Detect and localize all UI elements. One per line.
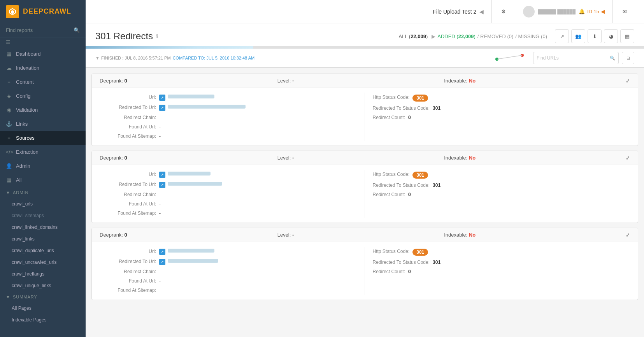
url-search: 🔍 — [533, 52, 619, 64]
compared-date: COMPARED TO: JUL 5, 2016 10:32:48 AM — [173, 56, 255, 60]
user-name: ██████ ██████ — [538, 9, 576, 14]
redirected-url-link-icon-0[interactable]: ↗ — [159, 105, 165, 111]
user-area[interactable]: ██████ ██████ 🔔 ID 15 ◀ — [515, 0, 613, 23]
sidebar-item-links[interactable]: ⚓ Links — [0, 117, 86, 131]
users-button[interactable]: 👥 — [571, 29, 585, 43]
sidebar-item-extraction[interactable]: </> Extraction — [0, 145, 86, 159]
sidebar-item-content[interactable]: ≡ Content — [0, 75, 86, 89]
sidebar-sub-crawl-sitemaps[interactable]: crawl_sitemaps — [0, 210, 86, 221]
mail-icon: ✉ — [623, 9, 627, 14]
redirect-chain-field-2: Redirect Chain: — [102, 267, 365, 276]
top-header: DEEPCRAWL File Upload Test 2 ◀ ⚙ ██████ … — [0, 0, 644, 23]
found-url-field-2: Found At Url: - — [102, 276, 365, 286]
data-left-1: Url: ↗ Redirected To Url: ↗ Redirect Cha… — [102, 170, 365, 218]
indexation-icon: ☁ — [6, 65, 12, 71]
url-link-icon-1[interactable]: ↗ — [159, 172, 165, 178]
filter-missing[interactable]: / MISSING (0) — [515, 33, 547, 39]
pie-button[interactable]: ◕ — [604, 29, 618, 43]
share-icon: ↗ — [560, 33, 564, 39]
header-middle: File Upload Test 2 ◀ ⚙ ██████ ██████ 🔔 I… — [86, 0, 644, 23]
sidebar-sub-crawl-unique[interactable]: crawl_unique_links — [0, 280, 86, 291]
filter-added[interactable]: ADDED (22,009) — [437, 33, 476, 39]
sidebar-sub-all-pages[interactable]: All Pages — [0, 302, 86, 314]
sidebar-sub-crawl-dups[interactable]: crawl_duplicate_urls — [0, 245, 86, 256]
sidebar-sub-crawl-hreflangs[interactable]: crawl_hreflangs — [0, 268, 86, 280]
grid-button[interactable]: ▦ — [620, 29, 634, 43]
url-search-input[interactable] — [537, 55, 610, 61]
sidebar-item-admin[interactable]: 👤 Admin — [0, 159, 86, 173]
sidebar-search-area: 🔍 — [0, 23, 86, 37]
users-icon: 👥 — [575, 33, 581, 39]
redirected-url-field-0: Redirected To Url: ↗ — [102, 103, 365, 113]
id-arrow-icon: ◀ — [601, 9, 605, 14]
url-link-icon-0[interactable]: ↗ — [159, 95, 165, 101]
level-label-1: Level: - — [277, 155, 294, 161]
search-input[interactable] — [6, 27, 72, 33]
download-button[interactable]: ⬇ — [588, 29, 602, 43]
dashboard-icon: ▦ — [6, 51, 12, 57]
date-row: ▼ FINISHED : JUL 8, 2016 5:57:21 PM COMP… — [95, 49, 634, 67]
sidebar-item-indexation[interactable]: ☁ Indexation — [0, 61, 86, 75]
search-icon[interactable]: 🔍 — [74, 27, 80, 33]
sources-icon: ≡ — [6, 135, 12, 141]
expand-icon-2[interactable]: ⤢ — [626, 232, 630, 238]
redirected-url-value-0 — [168, 105, 246, 109]
status-badge-2: 301 — [412, 249, 428, 256]
avatar — [523, 6, 535, 18]
admin-section-arrow: ▼ — [6, 190, 11, 195]
redirected-url-link-icon-1[interactable]: ↗ — [159, 182, 165, 188]
url-search-icon[interactable]: 🔍 — [610, 56, 615, 61]
sidebar-sub-indexable-pages[interactable]: Indexable Pages — [0, 314, 86, 326]
sidebar-sub-crawl-links[interactable]: crawl_links — [0, 233, 86, 245]
filter-removed[interactable]: / REMOVED (0) — [477, 33, 514, 39]
page-title-row: 301 Redirects ℹ ALL (22,009) ▶ ADDED (22… — [95, 29, 634, 43]
extraction-icon: </> — [6, 149, 12, 155]
project-arrow-icon: ◀ — [479, 9, 484, 15]
status-badge-0: 301 — [412, 95, 428, 102]
filter-all[interactable]: ALL (22,009) — [399, 33, 428, 39]
redirected-url-link-icon-2[interactable]: ↗ — [159, 259, 165, 265]
sidebar-item-config[interactable]: ◈ Config — [0, 89, 86, 103]
grid-icon: ▦ — [625, 33, 630, 39]
data-card-0: Deeprank: 0 Level: - Indexable: No ⤢ Url… — [91, 74, 638, 146]
mail-button[interactable]: ✉ — [613, 0, 636, 23]
url-link-icon-2[interactable]: ↗ — [159, 249, 165, 255]
data-card-header-0: Deeprank: 0 Level: - Indexable: No ⤢ — [92, 74, 638, 88]
data-right-2: Http Status Code: 301 Redirected To Stat… — [365, 247, 628, 295]
share-button[interactable]: ↗ — [555, 29, 569, 43]
filter-bar: ALL (22,009) ▶ ADDED (22,009) / REMOVED … — [399, 29, 634, 43]
validation-icon: ◉ — [6, 107, 12, 113]
summary-section-header[interactable]: ▼ Summary — [0, 291, 86, 302]
hamburger-icon[interactable]: ☰ — [0, 37, 86, 47]
url-field-1: Url: ↗ — [102, 170, 365, 180]
redirect-status-field-1: Redirected To Status Code: 301 — [373, 181, 441, 190]
http-status-field-2: Http Status Code: 301 — [373, 247, 428, 258]
sidebar-sub-crawl-urls[interactable]: crawl_urls — [0, 198, 86, 210]
info-icon[interactable]: ℹ — [156, 33, 158, 39]
page-header: 301 Redirects ℹ ALL (22,009) ▶ ADDED (22… — [86, 23, 644, 68]
content-icon: ≡ — [6, 79, 12, 85]
expand-icon-0[interactable]: ⤢ — [626, 78, 630, 84]
download-icon: ⬇ — [593, 33, 597, 39]
finished-date: FINISHED : JUL 8, 2016 5:57:21 PM — [101, 56, 171, 60]
data-card-body-1: Url: ↗ Redirected To Url: ↗ Redirect Cha… — [92, 165, 638, 223]
data-right-1: Http Status Code: 301 Redirected To Stat… — [365, 170, 628, 218]
sidebar-sub-crawl-uncrawled[interactable]: crawl_uncrawled_urls — [0, 256, 86, 268]
sidebar-item-all[interactable]: ▦ All — [0, 173, 86, 187]
sidebar-item-dashboard[interactable]: ▦ Dashboard — [0, 47, 86, 61]
project-selector[interactable]: File Upload Test 2 ◀ — [425, 0, 492, 23]
sidebar-item-validation[interactable]: ◉ Validation — [0, 103, 86, 117]
bell-icon: 🔔 — [579, 9, 585, 14]
url-field-2: Url: ↗ — [102, 247, 365, 257]
found-sitemap-field-2: Found At Sitemap: — [102, 286, 365, 295]
svg-line-4 — [497, 55, 522, 59]
logo-area: DEEPCRAWL — [0, 0, 86, 23]
settings-button[interactable]: ⚙ — [492, 0, 515, 23]
expand-icon-1[interactable]: ⤢ — [626, 155, 630, 161]
sidebar-item-sources[interactable]: ≡ Sources — [0, 131, 86, 145]
admin-section-header[interactable]: ▼ Admin — [0, 187, 86, 198]
filter-button[interactable]: ⊟ — [622, 52, 634, 64]
redirected-url-value-2 — [168, 259, 218, 263]
filter-icon: ⊟ — [626, 56, 630, 61]
sidebar-sub-crawl-linked[interactable]: crawl_linked_domains — [0, 221, 86, 233]
